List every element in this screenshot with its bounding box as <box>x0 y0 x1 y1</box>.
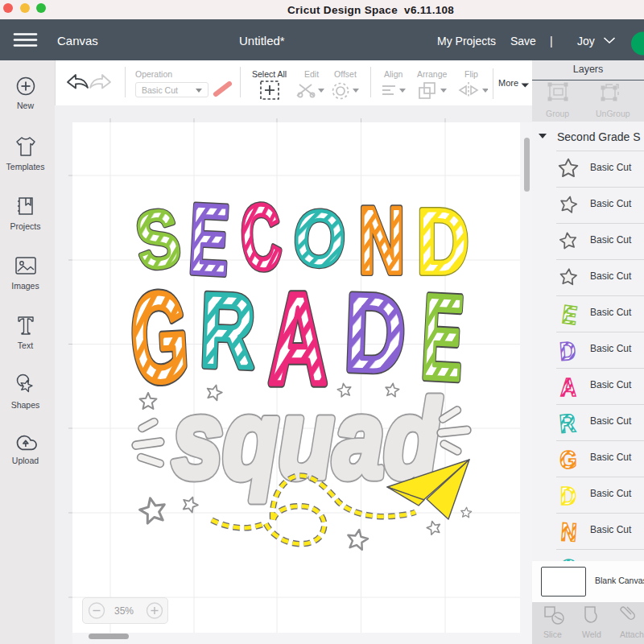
svg-text:Canvas: Canvas <box>57 34 98 47</box>
svg-text:R: R <box>559 408 577 438</box>
svg-text:Basic Cut: Basic Cut <box>590 488 632 499</box>
svg-text:Basic Cut: Basic Cut <box>590 270 632 282</box>
svg-text:Basic Cut: Basic Cut <box>590 415 632 427</box>
svg-text:Basic Cut: Basic Cut <box>590 343 632 354</box>
svg-text:Basic Cut: Basic Cut <box>590 234 632 246</box>
svg-text:Basic Cut: Basic Cut <box>590 452 632 463</box>
svg-text:R: R <box>199 271 258 390</box>
svg-text:Basic Cut: Basic Cut <box>590 162 632 173</box>
svg-text:A: A <box>560 373 576 401</box>
svg-text:UnGroup: UnGroup <box>596 109 630 118</box>
svg-text:Basic Cut: Basic Cut <box>590 379 632 390</box>
svg-text:N: N <box>560 517 578 547</box>
svg-text:Basic Cut: Basic Cut <box>590 524 632 535</box>
svg-text:G: G <box>559 445 576 473</box>
svg-text:Save: Save <box>510 35 536 47</box>
svg-text:Basic Cut: Basic Cut <box>590 198 632 209</box>
svg-text:|: | <box>550 35 553 47</box>
svg-text:E: E <box>560 299 579 330</box>
svg-text:D: D <box>560 481 576 510</box>
svg-text:My Projects: My Projects <box>437 35 496 47</box>
svg-text:35%: 35% <box>114 605 134 617</box>
svg-text:Joy: Joy <box>577 35 595 47</box>
svg-text:Group: Group <box>546 109 569 118</box>
svg-text:D: D <box>559 336 576 365</box>
svg-text:Basic Cut: Basic Cut <box>590 307 632 318</box>
svg-text:Untitled*: Untitled* <box>239 34 285 47</box>
svg-text:Second Grade S: Second Grade S <box>557 130 641 143</box>
